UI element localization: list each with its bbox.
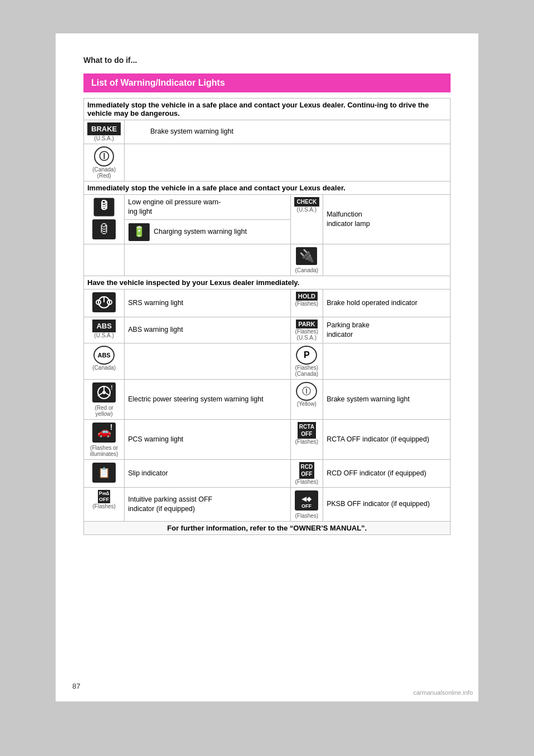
steering-icon-cell: ! (Red oryellow)	[84, 380, 125, 420]
park-usa-icon: PARK	[296, 320, 317, 328]
svg-text:🔌: 🔌	[299, 248, 315, 263]
page: What to do if... List of Warning/Indicat…	[56, 33, 478, 701]
brake-yellow-label: (Yellow)	[294, 401, 320, 407]
svg-text:!: !	[110, 423, 113, 431]
steering-sublabel: (Red oryellow)	[87, 405, 121, 417]
pksb-off-icon-cell: ◀◆ OFF (Flashes)	[290, 488, 323, 522]
brake-icon: BRAKE	[87, 122, 121, 135]
check-canada-icon2: 🔌 (Canada)	[290, 244, 323, 276]
charging-icon: 🔋	[128, 223, 150, 242]
watermark: carmanualsonline.info	[413, 689, 473, 696]
park-usa-label: (Flashes)	[294, 328, 320, 335]
park-canada-label: (Flashes)	[294, 365, 320, 371]
brake-canada-icon: Ⓘ	[94, 146, 114, 166]
svg-text:◀◆: ◀◆	[301, 495, 312, 503]
oil-desc: Low engine oil pressure warn-ing light	[125, 195, 290, 220]
check-canada-icon-cell	[84, 244, 125, 276]
abs-usa-icon-cell: ABS (U.S.A.)	[84, 317, 125, 343]
rcta-off-icon: RCTAOFF	[294, 422, 320, 439]
srs-icon	[92, 292, 116, 313]
svg-text:OFF: OFF	[301, 503, 312, 509]
svg-text:🚗: 🚗	[97, 425, 111, 438]
brake-icon-cell: BRAKE (U.S.A.)	[84, 120, 125, 144]
check-canada-label: (Canada)	[294, 267, 320, 273]
slip-icon: 📋	[92, 462, 116, 483]
abs-usa-icon: ABS	[92, 320, 115, 332]
brake-canada-label: (Canada)	[87, 166, 121, 173]
brake-desc: Brake system warning light	[150, 127, 233, 135]
brake-usa-label: (U.S.A.)	[87, 135, 121, 141]
svg-text:!: !	[111, 385, 112, 391]
brake-desc-cell: Brake system warning light	[125, 120, 451, 144]
svg-text:🛢: 🛢	[98, 222, 110, 236]
parking-assist-off-icon: P𝑚∆OFF	[87, 490, 121, 503]
pcs-icon-cell: 🚗 ! (Flashes orilluminates)	[84, 420, 125, 460]
park-canada-empty	[323, 343, 451, 380]
brake-yellow-icon-cell: Ⓘ (Yellow)	[290, 380, 323, 420]
srs-icon-cell	[84, 289, 125, 317]
check-canada-svg: 🔌	[295, 247, 318, 266]
hold-desc: Brake hold operated indicator	[323, 289, 451, 317]
brake-canada-desc	[125, 144, 451, 181]
steering-text: Electric power steering system warning l…	[128, 395, 263, 403]
parking-assist-desc: Intuitive parking assist OFFindicator (i…	[125, 488, 290, 522]
slip-desc: Slip indicator	[125, 460, 290, 488]
inspect-header: Have the vehicle inspected by your Lexus…	[84, 276, 451, 289]
svg-text:📋: 📋	[98, 467, 111, 479]
rcd-off-icon-cell: RCDOFF (Flashes)	[290, 460, 323, 488]
pksb-flashes-label: (Flashes)	[294, 513, 320, 519]
park-canada-icon-cell: P (Flashes) (Canada)	[290, 343, 323, 380]
parking-assist-text: Intuitive parking assist OFFindicator (i…	[128, 495, 212, 513]
hold-flashes-label: (Flashes)	[294, 301, 320, 307]
rcta-flashes-label: (Flashes)	[294, 439, 320, 445]
parking-assist-flashes: (Flashes)	[87, 503, 121, 509]
check-canada-label-cell	[125, 244, 290, 276]
park-desc: Parking brakeindicator	[323, 317, 451, 343]
page-number: 87	[72, 682, 80, 690]
abs-canada-icon: ABS	[93, 346, 115, 365]
abs-canada-icon-cell: ABS (Canada)	[84, 343, 125, 380]
pink-header: List of Warning/Indicator Lights	[83, 73, 451, 92]
pksb-off-icon: ◀◆ OFF	[294, 490, 319, 511]
steering-icon: !	[92, 382, 116, 403]
check-usa-label: (U.S.A.)	[294, 207, 320, 213]
pcs-desc: PCS warning light	[125, 420, 290, 460]
abs-canada-label: (Canada)	[87, 365, 121, 371]
stop-dangerous-header: Immediately stop the vehicle in a safe p…	[84, 99, 451, 120]
park-usa-sub: (U.S.A.)	[294, 335, 320, 341]
rcd-off-icon: RCDOFF	[294, 462, 320, 479]
brake-yellow-desc: Brake system warning light	[323, 380, 451, 420]
malfunction-desc: Malfunctionindicator lamp	[323, 195, 451, 244]
charging-row: 🔋 Charging system warning light	[125, 220, 290, 244]
oil-can-icon: 🛢	[92, 219, 116, 240]
abs-desc: ABS warning light	[125, 317, 290, 343]
rcta-desc: RCTA OFF indicator (if equipped)	[323, 420, 451, 460]
srs-desc: SRS warning light	[125, 289, 290, 317]
abs-canada-empty	[125, 343, 290, 380]
warning-table: Immediately stop the vehicle in a safe p…	[83, 98, 451, 535]
empty-cell	[323, 244, 451, 276]
rcta-off-icon-cell: RCTAOFF (Flashes)	[290, 420, 323, 460]
hold-icon: HOLD	[296, 292, 318, 301]
pksb-desc: PKSB OFF indicator (if equipped)	[323, 488, 451, 522]
park-usa-icon-cell: PARK (Flashes) (U.S.A.)	[290, 317, 323, 343]
check-icon: CHECK	[294, 197, 320, 207]
svg-text:⚙: ⚙	[102, 205, 107, 211]
brake-yellow-icon: Ⓘ	[296, 382, 317, 401]
park-canada-sub: (Canada)	[294, 371, 320, 377]
svg-text:🔋: 🔋	[133, 225, 146, 238]
oil-pressure-icon-cell: 🛢 ⚙ 🛢	[84, 195, 125, 244]
abs-usa-label: (U.S.A.)	[87, 332, 121, 338]
pcs-icon: 🚗 !	[92, 422, 116, 443]
check-icon-cell: CHECK (U.S.A.)	[290, 195, 323, 244]
slip-icon-cell: 📋	[84, 460, 125, 488]
hold-icon-cell: HOLD (Flashes)	[290, 289, 323, 317]
stop-contact-header: Immediately stop the vehicle in a safe p…	[84, 181, 451, 195]
park-canada-icon: P	[296, 346, 317, 365]
rcd-desc: RCD OFF indicator (if equipped)	[323, 460, 451, 488]
pcs-sublabel: (Flashes orilluminates)	[87, 445, 121, 457]
footer-note: For further information, refer to the “O…	[84, 522, 451, 535]
oil-pressure-icon: 🛢 ⚙	[93, 197, 115, 217]
brake-canada-icon-cell: Ⓘ (Canada) (Red)	[84, 144, 125, 181]
section-title: What to do if...	[83, 56, 451, 65]
